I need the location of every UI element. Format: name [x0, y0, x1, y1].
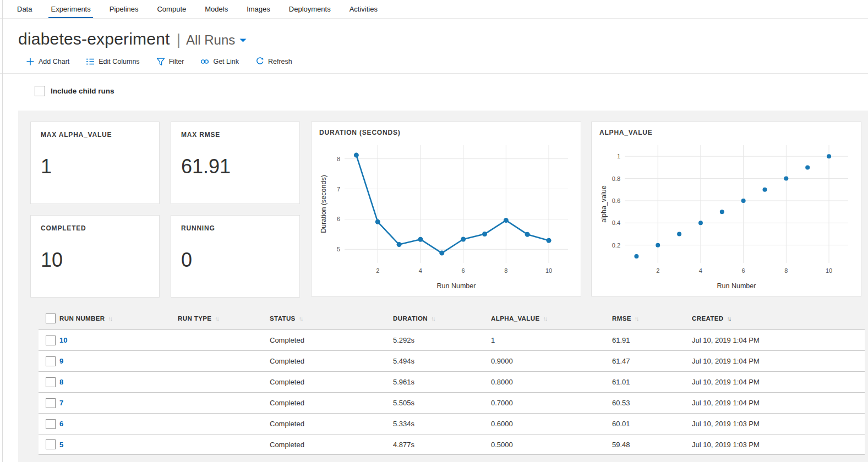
row-checkbox[interactable]	[46, 439, 56, 449]
row-select-cell	[39, 439, 59, 449]
include-child-runs-checkbox[interactable]	[35, 86, 45, 96]
kpi-label: COMPLETED	[41, 224, 149, 232]
cell-run-number: 7	[59, 399, 178, 407]
run-link[interactable]: 6	[59, 420, 63, 428]
x-tick-label: 6	[742, 267, 745, 274]
data-point[interactable]	[461, 237, 466, 241]
data-point[interactable]	[762, 188, 767, 192]
sort-icon: ↑↓	[635, 315, 638, 322]
tab-pipelines[interactable]: Pipelines	[100, 0, 148, 18]
cell-status: Completed	[270, 420, 393, 428]
tab-compute[interactable]: Compute	[148, 0, 195, 18]
table-header-row: RUN NUMBER↑↓RUN TYPE↑↓STATUS↑↓DURATION↑↓…	[39, 307, 865, 329]
sort-icon: ↑↓	[431, 315, 435, 322]
run-link[interactable]: 9	[59, 357, 63, 365]
column-header-duration[interactable]: DURATION↑↓	[393, 315, 491, 322]
filter-button[interactable]: Filter	[156, 57, 184, 66]
data-point[interactable]	[827, 154, 831, 158]
run-link[interactable]: 7	[59, 399, 63, 407]
tab-data[interactable]: Data	[8, 0, 41, 18]
data-point[interactable]	[418, 237, 423, 242]
tab-label: Compute	[157, 5, 186, 13]
data-point[interactable]	[482, 232, 487, 237]
page-title: diabetes-experiment	[18, 30, 170, 48]
include-child-runs-row: Include child runs	[35, 86, 868, 96]
tab-label: Models	[205, 5, 228, 13]
app-root: DataExperimentsPipelinesComputeModelsIma…	[0, 0, 868, 462]
run-link[interactable]: 8	[59, 378, 63, 386]
column-header-alpha_value[interactable]: ALPHA_VALUE↑↓	[491, 315, 612, 322]
duration-chart-card: DURATION (SECONDS)2468105678Run NumberDu…	[311, 122, 581, 296]
cell-run-number: 5	[59, 441, 178, 449]
row-checkbox[interactable]	[46, 398, 56, 408]
data-point[interactable]	[656, 243, 660, 248]
select-all-checkbox[interactable]	[46, 314, 56, 323]
column-header-run_number[interactable]: RUN NUMBER↑↓	[59, 315, 178, 322]
run-link[interactable]: 10	[59, 336, 67, 344]
x-tick-label: 2	[656, 267, 659, 274]
x-tick-label: 8	[504, 267, 507, 274]
alpha-value-chart-card: ALPHA_VALUE2468100.20.40.60.81Run Number…	[591, 122, 861, 296]
sort-icon: ↑↓	[543, 315, 547, 322]
data-point[interactable]	[439, 251, 444, 256]
cell-status: Completed	[270, 441, 393, 449]
edit-columns-button[interactable]: Edit Columns	[86, 57, 139, 66]
data-point[interactable]	[698, 221, 703, 225]
run-link[interactable]: 5	[59, 441, 63, 449]
column-header-run_type[interactable]: RUN TYPE↑↓	[178, 315, 270, 322]
cell-rmse: 61.01	[612, 378, 692, 386]
x-tick-label: 4	[699, 267, 702, 274]
cell-duration: 5.961s	[393, 378, 491, 386]
row-checkbox[interactable]	[46, 356, 56, 366]
data-point[interactable]	[375, 219, 380, 224]
data-point[interactable]	[784, 177, 788, 181]
tab-label: Data	[17, 5, 32, 13]
row-checkbox[interactable]	[46, 419, 56, 429]
column-header-status[interactable]: STATUS↑↓	[270, 315, 393, 322]
column-header-label: CREATED	[692, 315, 724, 322]
row-checkbox[interactable]	[46, 377, 56, 387]
tab-models[interactable]: Models	[195, 0, 237, 18]
view-selector[interactable]: All Runs	[186, 32, 247, 48]
kpi-label: MAX ALPHA_VALUE	[41, 131, 149, 139]
x-tick-label: 10	[545, 267, 552, 274]
tab-activities[interactable]: Activities	[340, 0, 387, 18]
x-axis-label: Run Number	[717, 282, 756, 290]
cell-alpha_value: 0.7000	[491, 399, 612, 407]
tab-deployments[interactable]: Deployments	[280, 0, 340, 18]
cell-duration: 5.494s	[393, 357, 491, 365]
refresh-icon	[255, 57, 264, 66]
y-tick-label: 0.2	[612, 242, 620, 249]
edit-columns-icon	[86, 57, 95, 66]
y-tick-label: 6	[337, 216, 340, 222]
refresh-button[interactable]: Refresh	[255, 57, 292, 66]
data-point[interactable]	[397, 242, 402, 247]
data-point[interactable]	[547, 238, 552, 243]
cell-created: Jul 10, 2019 1:04 PM	[692, 378, 865, 386]
tab-label: Deployments	[289, 5, 331, 13]
data-point[interactable]	[741, 199, 746, 203]
row-checkbox[interactable]	[46, 336, 56, 345]
column-header-rmse[interactable]: RMSE↑↓	[612, 315, 692, 322]
chevron-down-icon	[239, 31, 247, 46]
tab-experiments[interactable]: Experiments	[41, 0, 100, 18]
row-select-cell	[39, 336, 59, 345]
y-tick-label: 1	[617, 153, 620, 160]
kpi-label: MAX RMSE	[181, 131, 290, 139]
data-point[interactable]	[354, 153, 359, 158]
y-tick-label: 8	[337, 156, 340, 162]
plus-icon	[26, 57, 35, 66]
data-point[interactable]	[805, 165, 810, 169]
get-link-button[interactable]: Get Link	[200, 57, 239, 66]
tab-images[interactable]: Images	[237, 0, 280, 18]
add-chart-button[interactable]: Add Chart	[26, 57, 69, 66]
tab-label: Pipelines	[110, 5, 139, 13]
data-point[interactable]	[677, 232, 681, 237]
column-header-created[interactable]: CREATED↑↓	[692, 315, 865, 322]
data-point[interactable]	[634, 254, 638, 258]
cell-alpha_value: 1	[491, 336, 612, 344]
data-point[interactable]	[720, 210, 724, 214]
data-point[interactable]	[504, 218, 509, 223]
data-point[interactable]	[525, 232, 530, 237]
cell-created: Jul 10, 2019 1:04 PM	[692, 399, 865, 407]
